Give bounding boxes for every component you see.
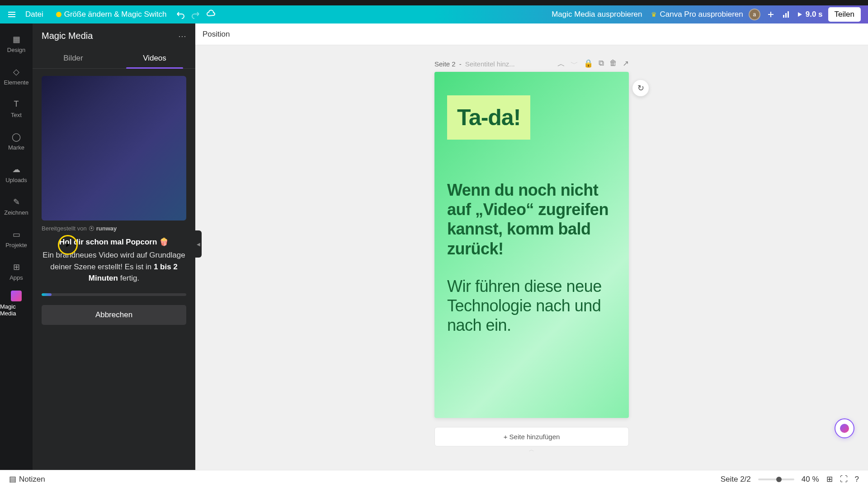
panel-tabs: Bilder Videos — [33, 48, 195, 69]
page-header: Seite 2 - Seitentitel hinz... ︿ ﹀ 🔒 ⧉ 🗑 … — [434, 59, 629, 69]
help-icon[interactable]: ? — [855, 475, 859, 484]
sparkle-icon — [56, 12, 61, 17]
collapse-panel-button[interactable]: ◀ — [195, 230, 202, 258]
duplicate-icon[interactable]: ⧉ — [599, 59, 604, 69]
tab-images[interactable]: Bilder — [33, 48, 114, 68]
generation-headline: Hol dir schon mal Popcorn 🍿 — [42, 237, 186, 247]
play-duration[interactable]: 9.0 s — [797, 10, 823, 19]
fullscreen-icon[interactable]: ⛶ — [840, 475, 848, 484]
provider-logo-icon: ⦿ — [89, 225, 94, 232]
magic-media-icon — [11, 291, 22, 301]
cancel-button[interactable]: Abbrechen — [42, 305, 186, 325]
rail-magic-media[interactable]: Magic Media — [0, 287, 33, 320]
tada-text: Ta-da! — [457, 104, 520, 131]
side-rail: ▦Design ◇Elemente TText ◯Marke ☁Uploads … — [0, 23, 33, 470]
zoom-label[interactable]: 40 % — [802, 475, 819, 484]
try-pro-label: Canva Pro ausprobieren — [660, 10, 743, 19]
duration-label: 9.0 s — [806, 10, 823, 19]
sparkle-icon — [840, 424, 849, 433]
lock-icon[interactable]: 🔒 — [584, 59, 593, 69]
page-indicator[interactable]: Seite 2/2 — [721, 475, 751, 484]
video-preview — [42, 76, 186, 221]
panel-title: Magic Media — [42, 31, 93, 41]
provider-label: Bereitgestellt von ⦿ runway — [42, 225, 186, 232]
progress-bar — [42, 293, 186, 296]
notes-button[interactable]: ▤ Notizen — [9, 474, 45, 484]
rail-design[interactable]: ▦Design — [0, 27, 33, 60]
rail-brand[interactable]: ◯Marke — [0, 125, 33, 157]
analytics-button[interactable] — [781, 9, 791, 19]
svg-rect-7 — [788, 11, 789, 18]
panel-more-button[interactable]: ⋯ — [178, 31, 186, 41]
file-menu[interactable]: Datei — [22, 8, 47, 21]
page-body-1[interactable]: Wenn du noch nicht auf „Video“ zugreifen… — [447, 180, 616, 258]
cloud-sync-icon[interactable] — [206, 9, 216, 19]
add-page-button[interactable]: + Seite hinzufügen — [434, 427, 629, 446]
progress-fill — [42, 293, 52, 296]
notes-icon: ▤ — [9, 474, 16, 484]
svg-rect-6 — [785, 13, 787, 18]
assistant-fab[interactable] — [835, 418, 854, 438]
page-body-2[interactable]: Wir führen diese neue Technologie nach u… — [447, 277, 616, 335]
timeline-handle[interactable]: ︿ — [518, 447, 545, 452]
resize-label: Größe ändern & Magic Switch — [64, 10, 167, 19]
context-bar: Position — [195, 23, 868, 45]
top-bar: Datei Größe ändern & Magic Switch Magic … — [0, 5, 868, 23]
collapse-down-icon[interactable]: ﹀ — [571, 59, 578, 69]
draw-icon: ✎ — [11, 197, 22, 207]
avatar[interactable]: a — [749, 9, 760, 20]
undo-button[interactable] — [175, 9, 185, 19]
collapse-up-icon[interactable]: ︿ — [557, 59, 565, 69]
design-icon: ▦ — [11, 34, 22, 45]
crown-icon: ♛ — [651, 11, 657, 18]
tada-box[interactable]: Ta-da! — [447, 95, 530, 140]
canvas-area: Position Seite 2 - Seitentitel hinz... ︿… — [195, 23, 868, 470]
page-title-input[interactable]: Seitentitel hinz... — [465, 60, 515, 68]
rail-uploads[interactable]: ☁Uploads — [0, 157, 33, 190]
add-member-button[interactable] — [766, 9, 776, 19]
bottom-bar: ▤ Notizen Seite 2/2 40 % ⊞ ⛶ ? — [0, 470, 868, 488]
share-button[interactable]: Teilen — [828, 7, 861, 22]
tab-videos[interactable]: Videos — [114, 48, 195, 68]
text-icon: T — [11, 99, 22, 110]
resize-button[interactable]: Größe ändern & Magic Switch — [52, 8, 170, 21]
elements-icon: ◇ — [11, 66, 22, 77]
canvas-page[interactable]: ↻ Ta-da! Wenn du noch nicht auf „Video“ … — [434, 72, 629, 418]
export-icon[interactable]: ↗ — [623, 59, 629, 69]
redo-button[interactable] — [191, 9, 201, 19]
zoom-slider[interactable] — [758, 479, 794, 480]
magic-media-panel: Magic Media ⋯ Bilder Videos Bereitgestel… — [33, 23, 195, 470]
rail-projects[interactable]: ▭Projekte — [0, 222, 33, 255]
uploads-icon: ☁ — [11, 164, 22, 175]
rail-apps[interactable]: ⊞Apps — [0, 255, 33, 287]
page-number-label: Seite 2 — [434, 60, 456, 68]
apps-icon: ⊞ — [11, 262, 22, 272]
rail-text[interactable]: TText — [0, 92, 33, 125]
zoom-handle[interactable] — [776, 477, 782, 482]
brand-icon: ◯ — [11, 131, 22, 142]
svg-rect-5 — [783, 15, 784, 18]
projects-icon: ▭ — [11, 229, 22, 240]
generation-desc: Ein brandneues Video wird auf Grundlage … — [42, 249, 186, 284]
grid-view-icon[interactable]: ⊞ — [826, 474, 833, 484]
refresh-button[interactable]: ↻ — [632, 80, 649, 96]
position-button[interactable]: Position — [203, 30, 230, 39]
rail-draw[interactable]: ✎Zeichnen — [0, 190, 33, 222]
hamburger-icon[interactable] — [7, 10, 16, 19]
delete-icon[interactable]: 🗑 — [609, 59, 617, 69]
try-pro-button[interactable]: ♛ Canva Pro ausprobieren — [651, 10, 743, 19]
try-magic-media[interactable]: Magic Media ausprobieren — [548, 8, 646, 21]
rail-elements[interactable]: ◇Elemente — [0, 60, 33, 92]
